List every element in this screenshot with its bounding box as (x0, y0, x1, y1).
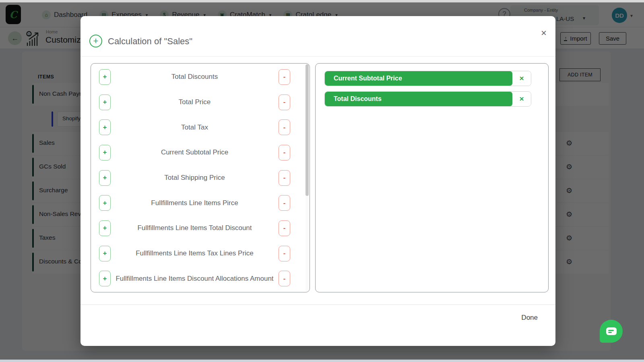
subtract-field-button[interactable]: - (279, 220, 290, 236)
subtract-field-button[interactable]: - (279, 119, 290, 135)
chat-bubble-icon (606, 327, 617, 335)
available-item-label: Total Price (111, 98, 279, 106)
selected-item: Total Discounts × (324, 91, 531, 107)
subtract-field-button[interactable]: - (279, 95, 290, 110)
available-fields-list: + Total Discounts - + Total Price - + To… (91, 64, 310, 292)
calculation-modal: + Calculation of "Sales" × + Total Disco… (80, 16, 555, 346)
available-item-row: + Fullfillments Line Items Total Discoun… (91, 216, 310, 241)
close-icon[interactable]: × (541, 27, 547, 39)
divider (80, 56, 555, 57)
scrollbar-thumb[interactable] (305, 64, 309, 196)
available-item-label: Fullfillments Line Items Total Discount (111, 224, 279, 232)
add-field-button[interactable]: + (99, 246, 111, 261)
available-fields-panel: + Total Discounts - + Total Price - + To… (91, 63, 310, 292)
add-field-button[interactable]: + (99, 220, 111, 236)
add-field-button[interactable]: + (99, 95, 111, 110)
subtract-field-button[interactable]: - (279, 145, 290, 160)
available-item-row: + Fullfillments Line Items Pirce - (91, 190, 310, 216)
selected-item-label: Total Discounts (325, 92, 512, 106)
available-item-row: + Total Discounts - (91, 64, 310, 90)
subtract-field-button[interactable]: - (279, 170, 290, 186)
available-item-row: + Total Tax - (91, 115, 310, 140)
available-item-label: Total Discounts (111, 73, 279, 81)
available-item-label: Fullfillments Line Items Pirce (111, 199, 279, 207)
selected-item-label: Current Subtotal Price (325, 71, 512, 86)
selected-item: Current Subtotal Price × (324, 71, 531, 86)
subtract-field-button[interactable]: - (279, 246, 290, 261)
add-field-button[interactable]: + (99, 119, 111, 135)
add-field-button[interactable]: + (99, 271, 111, 286)
subtract-field-button[interactable]: - (279, 69, 290, 85)
available-item-row: + Current Subtotal Price - (91, 140, 310, 165)
modal-title: Calculation of "Sales" (108, 36, 192, 47)
chat-widget-button[interactable] (600, 320, 623, 343)
available-item-row: + Fullfillments Line Items Tax Lines Pri… (91, 241, 310, 266)
available-item-label: Fullfillments Line Items Tax Lines Price (111, 249, 279, 257)
remove-selected-icon[interactable]: × (512, 92, 531, 106)
add-field-button[interactable]: + (99, 69, 111, 85)
done-button[interactable]: Done (521, 314, 538, 322)
scrollbar-track (305, 64, 309, 291)
remove-selected-icon[interactable]: × (512, 71, 531, 86)
subtract-field-button[interactable]: - (279, 195, 290, 211)
add-field-button[interactable]: + (99, 195, 111, 211)
add-field-button[interactable]: + (99, 170, 111, 186)
add-field-button[interactable]: + (99, 145, 111, 160)
available-item-label: Total Tax (111, 123, 279, 132)
screen-bottom-edge (0, 360, 644, 362)
divider (80, 304, 555, 305)
available-item-label: Total Shipping Price (111, 174, 279, 182)
available-item-label: Current Subtotal Price (111, 148, 279, 156)
subtract-field-button[interactable]: - (279, 271, 290, 286)
screen-top-edge (0, 0, 644, 2)
available-item-row: + Fullfillments Line Items Discount Allo… (91, 266, 310, 291)
available-item-label: Fullfillments Line Items Discount Alloca… (111, 275, 279, 283)
available-item-row: + Total Price - (91, 90, 310, 115)
plus-circle-icon: + (89, 35, 102, 47)
selected-fields-panel: Current Subtotal Price × Total Discounts… (315, 63, 549, 292)
available-item-row: + Total Shipping Price - (91, 165, 310, 191)
selected-fields-list: Current Subtotal Price × Total Discounts… (324, 71, 531, 107)
